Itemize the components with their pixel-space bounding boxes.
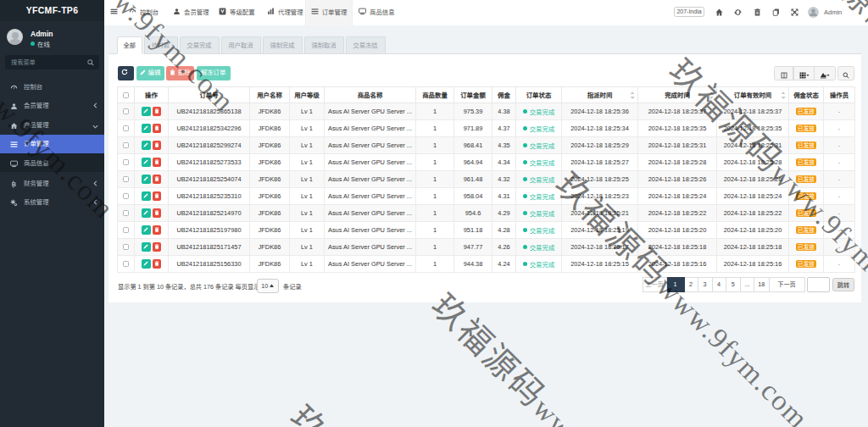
svg-text:B: B <box>12 180 16 188</box>
